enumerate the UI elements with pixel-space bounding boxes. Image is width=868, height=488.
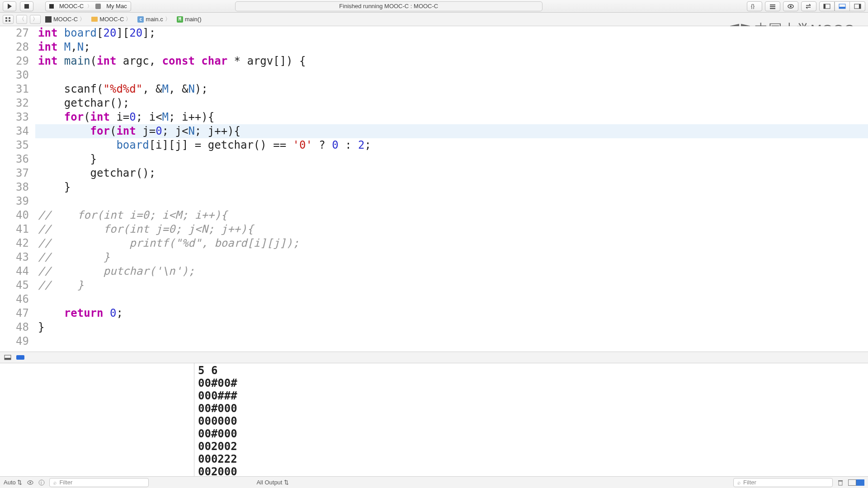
code-line[interactable]: 47 return 0;: [0, 306, 868, 320]
code-line[interactable]: 36 }: [0, 152, 868, 166]
method-icon: M: [177, 16, 183, 23]
code-content: // }: [35, 250, 110, 264]
related-items-button[interactable]: [3, 15, 14, 24]
line-number: 40: [0, 208, 35, 222]
chevron-right-icon: 〉: [165, 15, 170, 23]
output-selector[interactable]: All Output ⇅: [256, 479, 289, 486]
code-line[interactable]: 29int main(int argc, const char * argv[]…: [0, 54, 868, 68]
code-line[interactable]: 46: [0, 292, 868, 306]
code-line[interactable]: 30: [0, 68, 868, 82]
line-number: 32: [0, 96, 35, 110]
status-text: Finished running MOOC-C : MOOC-C: [339, 3, 438, 9]
code-line[interactable]: 42// printf("%d", board[i][j]);: [0, 236, 868, 250]
svg-rect-17: [5, 358, 11, 360]
info-button[interactable]: i: [38, 479, 45, 486]
version-editor-button[interactable]: [783, 1, 798, 11]
code-content: // for(int i=0; i<M; i++){: [35, 208, 227, 222]
trash-icon: [837, 479, 844, 486]
breakpoint-icon: [16, 355, 24, 360]
updown-icon: ⇅: [284, 479, 289, 486]
grid-icon: [5, 17, 11, 22]
stop-button[interactable]: [20, 1, 33, 11]
eye-icon: [787, 4, 794, 9]
continue-button[interactable]: [16, 354, 24, 361]
code-content: int board[20][20];: [35, 26, 156, 40]
run-button[interactable]: [3, 1, 16, 11]
all-output-label: All Output: [256, 479, 282, 486]
code-line[interactable]: 44// putchar('\n');: [0, 264, 868, 278]
line-number: 41: [0, 222, 35, 236]
xcode-toolbar: MOOC-C 〉 My Mac Finished running MOOC-C …: [0, 0, 868, 13]
jump-folder[interactable]: MOOC-C 〉: [90, 14, 133, 24]
code-content: }: [35, 152, 97, 166]
code-line[interactable]: 48}: [0, 320, 868, 334]
back-button[interactable]: 〈: [16, 15, 27, 24]
arrows-button[interactable]: [801, 1, 816, 11]
variables-filter-input[interactable]: ⌕ Filter: [49, 478, 149, 487]
chevron-left-icon: 〈: [19, 15, 24, 23]
code-line[interactable]: 37 getchar();: [0, 166, 868, 180]
code-content: [35, 292, 38, 306]
console-pane-toggle[interactable]: [848, 479, 864, 486]
line-number: 36: [0, 152, 35, 166]
code-content: // for(int j=0; j<N; j++){: [35, 222, 254, 236]
console-output[interactable]: 5 6 00#00# 000### 00#000 000000 00#000 0…: [194, 363, 868, 476]
code-line[interactable]: 32 getchar();: [0, 96, 868, 110]
console-filter-input[interactable]: ⌕ Filter: [733, 478, 833, 487]
code-line[interactable]: 27int board[20][20];: [0, 26, 868, 40]
toggle-breakpoints-button[interactable]: [4, 354, 12, 361]
code-line[interactable]: 45// }: [0, 278, 868, 292]
chevron-right-icon: 〉: [87, 3, 92, 9]
code-editor[interactable]: 27int board[20][20];28int M,N;29int main…: [0, 26, 868, 352]
chevron-right-icon: 〉: [33, 15, 38, 23]
code-line[interactable]: 34 for(int j=0; j<N; j++){: [0, 124, 868, 138]
forward-button[interactable]: 〉: [30, 15, 41, 24]
line-number: 35: [0, 138, 35, 152]
code-content: // }: [35, 278, 84, 292]
jump-project[interactable]: MOOC-C 〉: [43, 14, 87, 24]
code-line[interactable]: 43// }: [0, 250, 868, 264]
svg-rect-23: [838, 480, 843, 481]
code-line[interactable]: 38 }: [0, 180, 868, 194]
jump-file-label: main.c: [146, 16, 163, 23]
code-line[interactable]: 39: [0, 194, 868, 208]
code-content: for(int i=0; i<M; i++){: [35, 110, 214, 124]
line-number: 42: [0, 236, 35, 250]
code-content: getchar();: [35, 96, 129, 110]
line-number: 48: [0, 320, 35, 334]
code-line[interactable]: 49: [0, 334, 868, 348]
jump-folder-label: MOOC-C: [99, 16, 124, 23]
panel-icon: [4, 355, 11, 360]
clear-console-button[interactable]: [837, 479, 844, 486]
scheme-name: MOOC-C: [59, 3, 84, 9]
line-number: 46: [0, 292, 35, 306]
svg-rect-15: [9, 20, 10, 22]
code-line[interactable]: 33 for(int i=0; i<M; i++){: [0, 110, 868, 124]
standard-editor-button[interactable]: {}: [747, 1, 762, 11]
toggle-debug-button[interactable]: [835, 1, 850, 11]
auto-variables-selector[interactable]: Auto ⇅: [4, 479, 22, 486]
jump-symbol[interactable]: M main(): [175, 15, 203, 23]
svg-point-5: [790, 5, 792, 7]
code-content: [35, 334, 38, 348]
debug-area: 5 6 00#00# 000### 00#000 000000 00#000 0…: [0, 363, 868, 476]
svg-rect-1: [770, 5, 775, 5]
jump-file[interactable]: c main.c 〉: [136, 14, 172, 24]
quicklook-button[interactable]: [27, 480, 34, 485]
auto-label: Auto: [4, 479, 16, 486]
search-icon: ⌕: [737, 479, 741, 486]
variables-pane[interactable]: [0, 363, 194, 476]
assistant-editor-button[interactable]: [765, 1, 780, 11]
jump-symbol-label: main(): [185, 16, 202, 23]
svg-rect-9: [839, 7, 845, 9]
code-content: }: [35, 320, 44, 334]
toggle-navigator-button[interactable]: [819, 1, 835, 11]
code-line[interactable]: 28int M,N;: [0, 40, 868, 54]
code-line[interactable]: 31 scanf("%d%d", &M, &N);: [0, 82, 868, 96]
toggle-utilities-button[interactable]: [850, 1, 865, 11]
scheme-selector[interactable]: MOOC-C 〉 My Mac: [45, 1, 131, 11]
code-line[interactable]: 41// for(int j=0; j<N; j++){: [0, 222, 868, 236]
code-line[interactable]: 40// for(int i=0; i<M; i++){: [0, 208, 868, 222]
info-icon: i: [38, 479, 45, 486]
code-line[interactable]: 35 board[i][j] = getchar() == '0' ? 0 : …: [0, 138, 868, 152]
